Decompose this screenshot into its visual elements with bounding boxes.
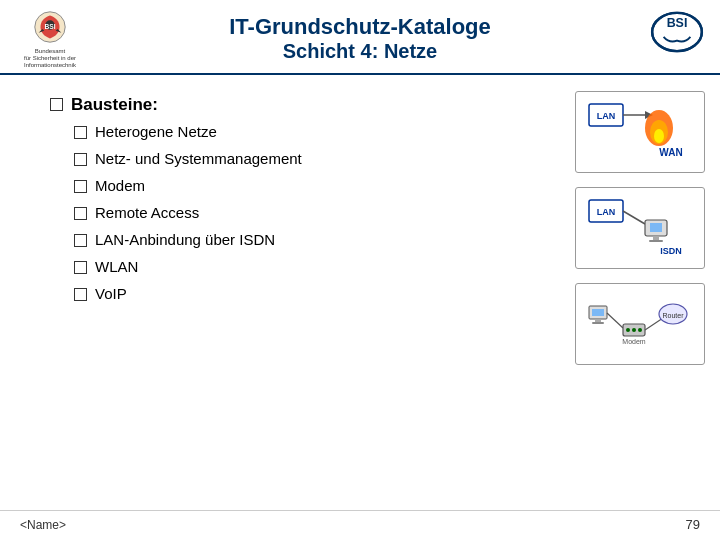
svg-point-28	[626, 328, 630, 332]
svg-text:LAN: LAN	[597, 111, 616, 121]
sub-item-label: Modem	[95, 177, 145, 194]
svg-text:WAN: WAN	[659, 147, 682, 158]
bullet-list-area: Bausteine: Heterogene Netze Netz- und Sy…	[0, 85, 560, 500]
svg-point-30	[638, 328, 642, 332]
sub-item-label: WLAN	[95, 258, 138, 275]
list-item: VoIP	[74, 285, 530, 302]
list-item: Modem	[74, 177, 530, 194]
svg-rect-25	[592, 322, 604, 324]
list-item: WLAN	[74, 258, 530, 275]
lan-isdn-icon: LAN ISDN	[585, 194, 695, 262]
sub-item-label: Heterogene Netze	[95, 123, 217, 140]
sub-items-list: Heterogene Netze Netz- und Systemmanagem…	[74, 123, 530, 302]
modem-icon: Modem Router	[585, 290, 695, 358]
lan-wan-icon: LAN WAN	[585, 98, 695, 166]
sub-bullet-icon	[74, 261, 87, 274]
page: BSI Bundesamtfür Sicherheit in derInform…	[0, 0, 720, 540]
svg-text:BSI: BSI	[44, 23, 55, 30]
sub-item-label: Netz- und Systemmanagement	[95, 150, 302, 167]
main-bullet-item: Bausteine:	[50, 95, 530, 115]
svg-rect-24	[595, 319, 601, 322]
footer: <Name> 79	[0, 510, 720, 540]
main-bullet-label: Bausteine:	[71, 95, 158, 115]
svg-text:BSI: BSI	[667, 16, 688, 30]
bsi-circle-icon: BSI	[648, 10, 706, 54]
list-item: Remote Access	[74, 204, 530, 221]
footer-name: <Name>	[20, 518, 66, 532]
svg-point-12	[654, 129, 664, 143]
modem-diagram: Modem Router	[575, 283, 705, 365]
left-logo-area: BSI Bundesamtfür Sicherheit in derInform…	[10, 8, 90, 70]
svg-text:Modem: Modem	[622, 338, 646, 345]
header-title: IT-Grundschutz-Kataloge Schicht 4: Netze	[229, 14, 491, 63]
title-main: IT-Grundschutz-Kataloge	[229, 14, 491, 40]
svg-line-26	[607, 313, 623, 328]
svg-text:ISDN: ISDN	[660, 246, 682, 256]
sub-bullet-icon	[74, 180, 87, 193]
sub-item-label: Remote Access	[95, 204, 199, 221]
header: BSI Bundesamtfür Sicherheit in derInform…	[0, 0, 720, 75]
svg-rect-20	[649, 240, 663, 242]
svg-rect-18	[650, 223, 662, 232]
list-item: LAN-Anbindung über ISDN	[74, 231, 530, 248]
svg-rect-23	[592, 309, 604, 316]
footer-page-number: 79	[686, 517, 700, 532]
sub-item-label: LAN-Anbindung über ISDN	[95, 231, 275, 248]
svg-line-32	[645, 318, 663, 330]
bundesamt-logo: BSI Bundesamtfür Sicherheit in derInform…	[10, 8, 90, 70]
eagle-icon: BSI	[31, 8, 69, 46]
bundesamt-text: Bundesamtfür Sicherheit in derInformatio…	[24, 48, 76, 70]
right-diagrams: LAN WAN LAN	[560, 85, 720, 500]
main-bullet-icon	[50, 98, 63, 111]
lan-isdn-diagram: LAN ISDN	[575, 187, 705, 269]
bsi-logo-right: BSI	[648, 10, 706, 58]
svg-text:Router: Router	[662, 312, 684, 319]
main-content: Bausteine: Heterogene Netze Netz- und Sy…	[0, 75, 720, 510]
svg-text:LAN: LAN	[597, 207, 616, 217]
sub-bullet-icon	[74, 153, 87, 166]
sub-bullet-icon	[74, 234, 87, 247]
sub-bullet-icon	[74, 207, 87, 220]
svg-point-29	[632, 328, 636, 332]
list-item: Netz- und Systemmanagement	[74, 150, 530, 167]
svg-rect-19	[653, 236, 659, 240]
sub-bullet-icon	[74, 288, 87, 301]
svg-line-16	[623, 211, 645, 224]
sub-bullet-icon	[74, 126, 87, 139]
sub-item-label: VoIP	[95, 285, 127, 302]
lan-wan-diagram: LAN WAN	[575, 91, 705, 173]
title-sub: Schicht 4: Netze	[229, 40, 491, 63]
list-item: Heterogene Netze	[74, 123, 530, 140]
